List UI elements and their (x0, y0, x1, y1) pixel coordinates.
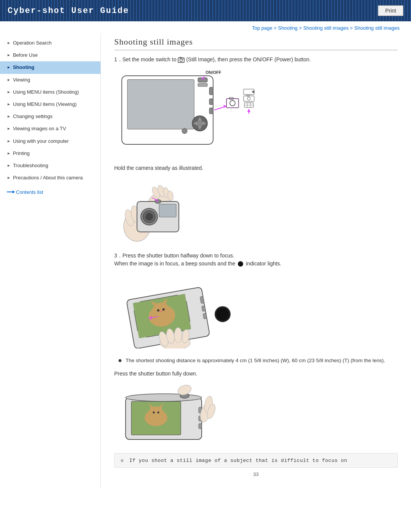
svg-rect-8 (198, 83, 207, 86)
breadcrumb-shooting-still[interactable]: Shooting still images (303, 25, 349, 31)
breadcrumb-top[interactable]: Top page (252, 25, 272, 31)
header: Cyber-shot User Guide Print (0, 0, 411, 21)
arrow-icon: ► (7, 53, 11, 58)
still-image-icon (178, 57, 185, 63)
contents-list-label: Contents list (16, 189, 43, 195)
sidebar-item-label: Operation Search (13, 40, 52, 46)
camera-back-illustration: ON/OFF (114, 68, 259, 156)
sidebar-item-changing-settings[interactable]: ► Changing settings (0, 110, 100, 123)
step-2: Hold the camera steady as illustrated. (114, 164, 398, 246)
sidebar-item-operation-search[interactable]: ► Operation Search (0, 37, 100, 49)
step-1: 1．Set the mode switch to (Still Image), … (114, 56, 398, 158)
svg-rect-6 (128, 80, 193, 128)
sidebar-item-label: Precautions / About this camera (13, 174, 83, 181)
svg-point-95 (158, 412, 159, 414)
svg-point-86 (174, 328, 182, 343)
svg-point-18 (182, 128, 187, 134)
arrow-icon: ► (7, 163, 11, 168)
svg-point-94 (153, 412, 155, 414)
arrow-icon: ► (7, 114, 11, 119)
bullet-dot-icon: ● (118, 357, 124, 364)
sidebar: ► Operation Search ► Before Use ► Shooti… (0, 33, 101, 489)
sidebar-item-computer[interactable]: ► Using with your computer (0, 135, 100, 147)
svg-point-32 (247, 97, 250, 100)
sidebar-item-label: Printing (13, 150, 30, 157)
bullet-note: ● The shortest shooting distance is appr… (118, 357, 398, 364)
step-1-text: 1．Set the mode switch to (Still Image), … (114, 56, 398, 64)
sidebar-item-shooting[interactable]: ► Shooting (0, 61, 100, 73)
step-3: 3．Press the shutter button halfway down … (114, 252, 398, 364)
svg-rect-11 (209, 108, 213, 114)
step-4-illustration (114, 382, 398, 446)
bullet-note-text: The shortest shooting distance is approx… (126, 357, 385, 364)
shutter-press-illustration (114, 382, 228, 443)
sidebar-item-menu-viewing[interactable]: ► Using MENU items (Viewing) (0, 98, 100, 110)
svg-rect-102 (199, 423, 202, 429)
breadcrumb-current[interactable]: Shooting still images (354, 25, 400, 31)
sidebar-item-printing[interactable]: ► Printing (0, 147, 100, 160)
svg-point-17 (197, 120, 203, 126)
tip-text: If you shoot a still image of a subject … (129, 458, 347, 463)
svg-rect-31 (244, 96, 254, 101)
sidebar-item-label: Before Use (13, 52, 38, 59)
step-4: Press the shutter button fully down. (114, 370, 398, 446)
sidebar-item-label: Using MENU items (Shooting) (13, 89, 79, 96)
tip-box: ✿ If you shoot a still image of a subjec… (114, 453, 398, 468)
camera-focus-illustration (114, 272, 244, 348)
arrow-right-icon (7, 192, 14, 192)
svg-marker-40 (247, 109, 250, 112)
sidebar-item-viewing-tv[interactable]: ► Viewing images on a TV (0, 123, 100, 135)
contents-list-link[interactable]: Contents list (0, 184, 100, 197)
svg-text:ON/OFF: ON/OFF (206, 70, 221, 75)
svg-rect-24 (226, 99, 239, 108)
sidebar-item-viewing[interactable]: ► Viewing (0, 74, 100, 86)
page-title: Shooting still images (114, 37, 398, 50)
step-2-text: Hold the camera steady as illustrated. (114, 164, 398, 172)
page-layout: ► Operation Search ► Before Use ► Shooti… (0, 33, 411, 489)
arrow-icon: ► (7, 65, 11, 70)
svg-rect-27 (226, 99, 239, 108)
sidebar-item-label: Troubleshooting (13, 162, 48, 169)
sidebar-item-label: Viewing images on a TV (13, 125, 66, 132)
sidebar-item-label: Using with your computer (13, 138, 69, 145)
tip-icon: ✿ (121, 458, 124, 463)
svg-point-54 (145, 213, 153, 220)
svg-marker-29 (252, 90, 254, 93)
main-content: Shooting still images 1．Set the mode swi… (101, 33, 411, 489)
step-3-illustration (114, 272, 398, 351)
sidebar-item-label: Shooting (13, 64, 34, 71)
sidebar-item-before-use[interactable]: ► Before Use (0, 49, 100, 61)
sidebar-item-precautions[interactable]: ► Precautions / About this camera (0, 172, 100, 184)
step-4-text: Press the shutter button fully down. (114, 370, 398, 378)
svg-point-25 (230, 101, 235, 106)
print-button[interactable]: Print (378, 5, 403, 16)
sidebar-item-label: Using MENU items (Viewing) (13, 101, 76, 108)
svg-point-96 (126, 394, 202, 401)
indicator-dot (238, 261, 243, 267)
breadcrumb-shooting[interactable]: Shooting (278, 25, 298, 31)
arrow-icon: ► (7, 89, 11, 95)
svg-point-56 (155, 200, 161, 203)
arrow-icon: ► (7, 151, 11, 156)
breadcrumb: Top page > Shooting > Shooting still ima… (0, 21, 411, 33)
arrow-icon: ► (7, 40, 11, 46)
svg-rect-55 (159, 204, 176, 217)
arrow-icon: ► (7, 175, 11, 181)
sidebar-item-troubleshooting[interactable]: ► Troubleshooting (0, 160, 100, 172)
arrow-icon: ► (7, 77, 11, 83)
hands-holding-camera (114, 177, 190, 243)
svg-point-82 (217, 308, 229, 320)
arrow-icon: ► (7, 102, 11, 107)
sidebar-item-label: Changing settings (13, 113, 53, 120)
arrow-icon: ► (7, 126, 11, 131)
step-3-text: 3．Press the shutter button halfway down … (114, 252, 398, 268)
step-2-illustration (114, 177, 398, 246)
sidebar-item-label: Viewing (13, 77, 30, 83)
arrow-icon: ► (7, 139, 11, 144)
page-number: 33 (114, 471, 398, 477)
step-1-illustration: ON/OFF (114, 68, 398, 158)
svg-rect-10 (209, 99, 213, 105)
sidebar-item-menu-shooting[interactable]: ► Using MENU items (Shooting) (0, 86, 100, 98)
app-title: Cyber-shot User Guide (8, 6, 129, 16)
svg-rect-9 (209, 87, 213, 95)
